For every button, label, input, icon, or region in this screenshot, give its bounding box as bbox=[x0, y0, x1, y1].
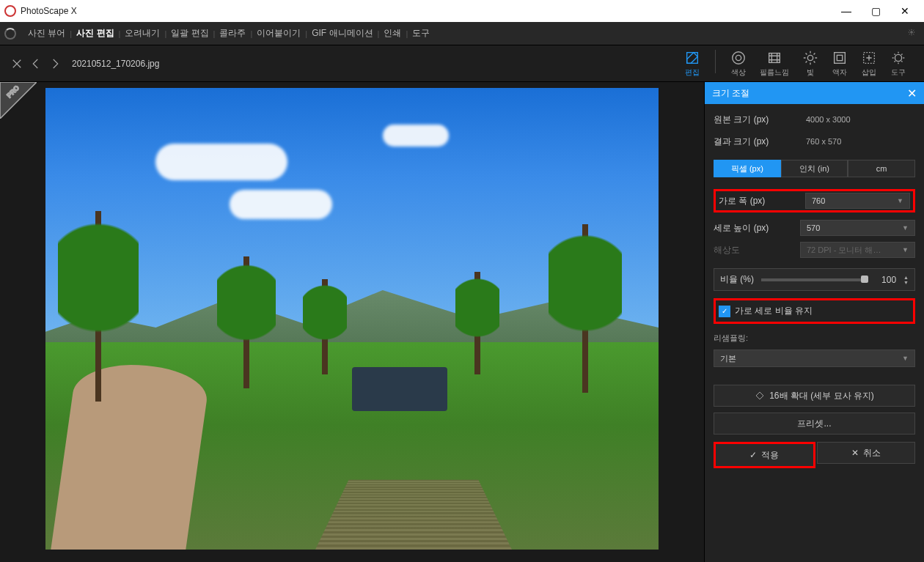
edit-icon bbox=[684, 50, 700, 66]
menu-viewer[interactable]: 사진 뷰어 bbox=[23, 27, 70, 40]
tool-insert[interactable]: 삽입 bbox=[861, 50, 877, 78]
pro-badge: PRO bbox=[0, 82, 37, 119]
unit-in[interactable]: 인치 (in) bbox=[781, 160, 848, 177]
app-icon bbox=[4, 28, 16, 40]
app-title: PhotoScape X bbox=[21, 6, 832, 16]
result-size-label: 결과 크기 (px) bbox=[714, 136, 794, 148]
close-file-button[interactable] bbox=[7, 57, 26, 70]
tool-frame[interactable]: 액자 bbox=[832, 50, 848, 78]
resample-select[interactable]: 기본▼ bbox=[714, 350, 915, 367]
tool-tray: 편집 색상 필름느낌 빛 액자 삽입 도구 bbox=[684, 50, 917, 78]
unit-px[interactable]: 픽셀 (px) bbox=[714, 160, 781, 177]
apply-button[interactable]: ✓ 적용 bbox=[716, 444, 813, 466]
menu-print[interactable]: 인쇄 bbox=[379, 27, 406, 40]
highlight-width: 가로 폭 (px) 760▼ bbox=[714, 189, 915, 212]
filename-label: 20210512_170206.jpg bbox=[72, 59, 159, 69]
width-label: 가로 폭 (px) bbox=[719, 195, 799, 207]
svg-point-5 bbox=[807, 55, 813, 60]
result-size-value: 760 x 570 bbox=[800, 133, 915, 149]
unit-cm[interactable]: cm bbox=[848, 160, 915, 177]
check-icon: ✓ bbox=[749, 450, 757, 460]
diamond-icon bbox=[755, 391, 765, 401]
original-size-value: 4000 x 3000 bbox=[800, 111, 915, 127]
cancel-button[interactable]: ✕ 취소 bbox=[817, 442, 916, 464]
close-window-button[interactable]: ✕ bbox=[890, 0, 920, 22]
menu-gif[interactable]: GIF 애니메이션 bbox=[307, 27, 377, 40]
x-icon: ✕ bbox=[851, 448, 859, 458]
light-icon bbox=[802, 50, 818, 66]
svg-point-0 bbox=[911, 31, 913, 33]
next-file-button[interactable] bbox=[45, 57, 65, 70]
menu-edit[interactable]: 사진 편집 bbox=[72, 27, 118, 40]
minimize-button[interactable]: — bbox=[832, 0, 861, 22]
aspect-ratio-checkbox[interactable]: ✓ 가로 세로 비율 유지 bbox=[717, 302, 912, 320]
photo-preview bbox=[45, 88, 659, 550]
tool-edit[interactable]: 편집 bbox=[684, 50, 700, 78]
menu-tools[interactable]: 도구 bbox=[408, 27, 434, 40]
tool-color[interactable]: 색상 bbox=[730, 50, 747, 78]
svg-rect-6 bbox=[835, 52, 846, 63]
enlarge16-button[interactable]: 16배 확대 (세부 묘사 유지) bbox=[714, 385, 915, 407]
tool-tools[interactable]: 도구 bbox=[890, 50, 906, 78]
check-icon: ✓ bbox=[719, 306, 730, 317]
menu-crop[interactable]: 오려내기 bbox=[120, 27, 164, 40]
ratio-row: 비율 (%) 100 ▲▼ bbox=[714, 268, 915, 291]
svg-point-9 bbox=[895, 54, 901, 61]
unit-switcher: 픽셀 (px) 인치 (in) cm bbox=[714, 160, 915, 177]
insert-icon bbox=[861, 50, 877, 66]
height-input[interactable]: 570▼ bbox=[800, 220, 915, 236]
width-input[interactable]: 760▼ bbox=[805, 193, 910, 209]
menu-batch[interactable]: 일괄 편집 bbox=[166, 27, 213, 40]
file-nav-row: 20210512_170206.jpg 편집 색상 필름느낌 빛 액자 삽입 bbox=[0, 45, 924, 82]
film-icon bbox=[766, 50, 782, 66]
original-size-label: 원본 크기 (px) bbox=[714, 114, 794, 126]
menu-combine[interactable]: 이어붙이기 bbox=[252, 27, 305, 40]
settings-gear-icon[interactable] bbox=[903, 26, 920, 42]
color-icon bbox=[730, 50, 747, 66]
height-label: 세로 높이 (px) bbox=[714, 222, 794, 234]
resize-panel: 크기 조절 ✕ 원본 크기 (px) 4000 x 3000 결과 크기 (px… bbox=[704, 82, 924, 562]
window-titlebar: PhotoScape X — ▢ ✕ bbox=[0, 0, 924, 22]
image-canvas[interactable]: PRO bbox=[0, 82, 704, 562]
panel-title: 크기 조절 bbox=[712, 87, 749, 100]
resample-label: 리샘플링: bbox=[714, 333, 915, 344]
ratio-slider[interactable] bbox=[761, 278, 865, 281]
tool-light[interactable]: 빛 bbox=[802, 50, 818, 78]
frame-icon bbox=[832, 50, 848, 66]
svg-rect-12 bbox=[756, 392, 763, 399]
svg-rect-7 bbox=[837, 55, 842, 60]
prev-file-button[interactable] bbox=[26, 57, 45, 70]
tools-icon bbox=[890, 50, 906, 66]
highlight-apply: ✓ 적용 bbox=[714, 442, 815, 468]
maximize-button[interactable]: ▢ bbox=[861, 0, 890, 22]
dpi-label: 해상도 bbox=[714, 244, 794, 256]
tool-film[interactable]: 필름느낌 bbox=[760, 50, 789, 78]
svg-rect-4 bbox=[769, 53, 780, 62]
preset-button[interactable]: 프리셋... bbox=[714, 413, 915, 435]
svg-point-3 bbox=[736, 55, 741, 60]
menu-collage[interactable]: 콜라주 bbox=[215, 27, 250, 40]
dpi-input[interactable]: 72 DPI - 모니터 해…▼ bbox=[800, 242, 915, 258]
ratio-value: 100 bbox=[873, 275, 896, 285]
panel-close-button[interactable]: ✕ bbox=[907, 86, 917, 100]
app-logo-icon bbox=[4, 5, 16, 17]
svg-point-2 bbox=[733, 51, 745, 64]
highlight-aspect: ✓ 가로 세로 비율 유지 bbox=[714, 298, 915, 324]
panel-header: 크기 조절 ✕ bbox=[705, 82, 924, 104]
ratio-stepper[interactable]: ▲▼ bbox=[903, 275, 909, 285]
main-menu-bar: 사진 뷰어| 사진 편집| 오려내기| 일괄 편집| 콜라주| 이어붙이기| G… bbox=[0, 22, 924, 45]
ratio-label: 비율 (%) bbox=[720, 273, 754, 286]
